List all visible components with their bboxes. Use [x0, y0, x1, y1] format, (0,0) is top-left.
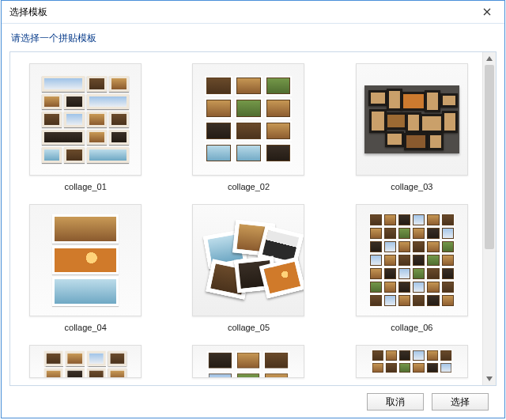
scroll-track[interactable]: [483, 65, 496, 373]
scroll-area: collage_01 collage_02: [10, 52, 496, 385]
template-collage-08[interactable]: [192, 345, 304, 378]
cancel-button[interactable]: 取消: [367, 393, 424, 411]
template-thumb: [29, 63, 142, 176]
instruction-text: 请选择一个拼贴模板: [11, 32, 497, 45]
template-collage-05[interactable]: collage_05: [192, 204, 304, 332]
template-thumb: [356, 63, 468, 176]
template-label: collage_02: [228, 182, 270, 191]
template-thumb: [29, 204, 142, 316]
template-label: collage_04: [65, 323, 107, 332]
template-collage-03[interactable]: collage_03: [356, 63, 468, 191]
vertical-scrollbar[interactable]: [482, 52, 496, 385]
template-thumb: [192, 63, 304, 176]
template-thumb: [356, 345, 468, 378]
template-collage-02[interactable]: collage_02: [192, 63, 304, 191]
template-collage-09[interactable]: [356, 345, 468, 378]
scroll-up-button[interactable]: [483, 52, 496, 65]
template-grid: collage_01 collage_02: [10, 52, 482, 385]
button-row: 取消 选择: [9, 386, 497, 418]
template-panel: collage_01 collage_02: [9, 51, 497, 386]
template-label: collage_06: [391, 323, 432, 332]
template-thumb: [356, 204, 468, 316]
chevron-down-icon: [486, 376, 493, 381]
template-collage-07[interactable]: [29, 345, 142, 378]
close-button[interactable]: [471, 2, 503, 22]
template-label: collage_01: [65, 182, 107, 191]
titlebar: 选择模板: [2, 1, 504, 24]
template-label: collage_03: [391, 182, 432, 191]
template-label: collage_05: [228, 323, 270, 332]
window-title: 选择模板: [9, 6, 47, 19]
scroll-thumb[interactable]: [485, 65, 494, 249]
dialog-body: 请选择一个拼贴模板: [2, 24, 504, 418]
scroll-down-button[interactable]: [483, 373, 496, 385]
template-thumb: [192, 204, 304, 316]
template-collage-04[interactable]: collage_04: [29, 204, 142, 332]
close-icon: [482, 7, 492, 17]
template-thumb: [192, 345, 304, 378]
chevron-up-icon: [486, 56, 493, 61]
template-thumb: [29, 345, 142, 378]
template-collage-06[interactable]: collage_06: [356, 204, 468, 332]
select-button[interactable]: 选择: [432, 393, 489, 411]
template-collage-01[interactable]: collage_01: [29, 63, 142, 191]
template-chooser-window: 选择模板 请选择一个拼贴模板: [1, 0, 505, 418]
